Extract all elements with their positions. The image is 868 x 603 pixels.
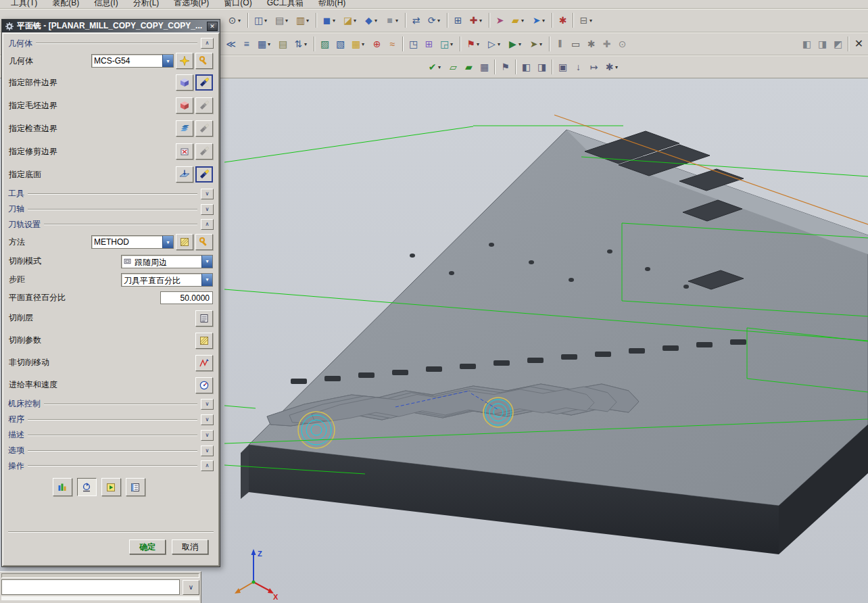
zoom-tool-button[interactable]: ⊙▾ [224, 11, 245, 29]
dock-grip-handle[interactable] [1, 573, 199, 578]
toolpath-tools-button[interactable]: ✱ [583, 35, 599, 53]
generate-toolpath-button[interactable] [53, 478, 72, 496]
pan-view-button[interactable]: ⇄ [408, 11, 424, 29]
description-section-toggle[interactable]: ∨ [201, 430, 214, 441]
vector-button[interactable]: ➤▾ [529, 11, 550, 29]
find-button[interactable]: ⊙ [614, 35, 630, 53]
shaded-display-button[interactable]: ■▾ [382, 11, 403, 29]
section-view-button[interactable]: ▧ [333, 35, 348, 53]
part-boundary-display-button[interactable] [195, 74, 213, 91]
folder-button[interactable]: ▰ [461, 58, 477, 76]
select-blank-boundary-button[interactable] [176, 97, 193, 114]
cube-view-a-button[interactable]: ◧ [799, 35, 815, 53]
mcs-combo[interactable]: MCS-G54 ▾ [91, 54, 174, 68]
play-outline-button[interactable]: ▷▾ [484, 35, 505, 53]
replay-toolpath-button[interactable] [77, 478, 97, 496]
select-check-boundary-button[interactable] [176, 120, 193, 137]
check-geometry-button[interactable]: ▨ [317, 35, 333, 53]
solid-body-button[interactable]: ◼▾ [319, 11, 340, 29]
dock-expand-button[interactable]: ∨ [183, 580, 199, 595]
plane-button[interactable]: ⊞ [421, 35, 437, 53]
options-section-toggle[interactable]: ∨ [201, 445, 214, 456]
dialog-close-button[interactable]: ✕ [207, 22, 218, 31]
play-button[interactable]: ▶▾ [505, 35, 526, 53]
align-button[interactable]: ≪ [223, 35, 239, 53]
download-button[interactable]: ↓ [571, 58, 586, 76]
grid-button[interactable]: ⊞ [450, 11, 466, 29]
pattern-button[interactable]: ▦▾ [254, 35, 275, 53]
stepover-combo[interactable]: 刀具平直百分比 ▾ [121, 273, 213, 287]
geometry-section-toggle[interactable]: ∧ [201, 38, 214, 49]
table-button[interactable]: ▦ [477, 58, 492, 76]
probe-button[interactable]: ➤▾ [526, 35, 547, 53]
sim-settings-button[interactable]: ✱▾ [602, 58, 623, 76]
cutting-parameters-button[interactable] [195, 333, 213, 349]
highlight-brush-button[interactable]: ▰▾ [508, 11, 529, 29]
operation-list-button[interactable]: ≡ [239, 35, 254, 53]
cube-view-b-button[interactable]: ◨ [815, 35, 830, 53]
rotate-view-button[interactable]: ⟳▾ [424, 11, 445, 29]
cancel-button[interactable]: 取消 [172, 539, 208, 554]
monitor-left-button[interactable]: ◧ [519, 58, 534, 76]
select-floor-button[interactable] [176, 166, 193, 183]
notes-button[interactable]: ▤ [275, 35, 291, 53]
select-part-boundary-button[interactable] [176, 74, 193, 91]
mesh-button[interactable]: ▦▾ [348, 35, 369, 53]
actions-section-toggle[interactable]: ∧ [201, 460, 214, 471]
ruler-button[interactable]: ⊟▾ [576, 11, 597, 29]
point-button[interactable]: ⊕ [369, 35, 385, 53]
signal-flag-button[interactable]: ⚑ [498, 58, 513, 76]
copy-operation-button[interactable]: ▣ [555, 58, 571, 76]
folder-open-button[interactable]: ▱ [445, 58, 461, 76]
new-method-button[interactable] [176, 234, 193, 250]
display-stairs-button[interactable]: ▤▾ [272, 11, 293, 29]
shop-doc-button[interactable]: ▭ [568, 35, 583, 53]
cut-levels-button[interactable] [195, 310, 213, 327]
constraint-button[interactable]: ✱ [555, 11, 571, 29]
percent-flat-diameter-input[interactable] [160, 291, 213, 304]
check-boundary-display-button[interactable] [195, 120, 213, 137]
reorder-button[interactable]: ⇅▾ [291, 35, 312, 53]
method-combo[interactable]: METHOD ▾ [91, 235, 174, 249]
flag-button[interactable]: ⚑▾ [463, 35, 484, 53]
feeds-speeds-button[interactable] [195, 377, 213, 393]
program-section-header: 程序 [8, 414, 24, 425]
floor-display-button[interactable] [195, 166, 213, 183]
post-button[interactable]: ‖ [552, 35, 568, 53]
tool-axis-section-toggle[interactable]: ∨ [201, 204, 214, 215]
csys-button[interactable]: ◳ [406, 35, 421, 53]
list-toolpath-button[interactable] [126, 478, 145, 496]
verify-check-button[interactable]: ✔▾ [425, 58, 445, 76]
dock-list-field[interactable] [1, 579, 180, 595]
edit-method-button[interactable] [195, 234, 213, 250]
non-cutting-moves-button[interactable] [195, 355, 213, 371]
link-button[interactable]: ↦ [586, 58, 602, 76]
monitor-right-button[interactable]: ◨ [534, 58, 550, 76]
dialog-titlebar[interactable]: 平面铣 - [PLANAR_MILL_COPY_COPY_COPY_... ✕ [2, 20, 220, 32]
tool-section-toggle[interactable]: ∨ [201, 189, 214, 199]
select-trim-boundary-button[interactable] [176, 143, 193, 160]
cut-pattern-combo[interactable]: 跟随周边 ▾ [121, 255, 213, 268]
method-label: 方法 [9, 237, 91, 248]
window-split-button[interactable]: ◫▾ [251, 11, 272, 29]
cube-view-c-button[interactable]: ◩ [830, 35, 846, 53]
blank-boundary-display-button[interactable] [195, 97, 213, 114]
clipboard-button[interactable]: ▥▾ [293, 11, 314, 29]
datum-button[interactable]: ✚▾ [466, 11, 487, 29]
program-section-toggle[interactable]: ∨ [201, 414, 214, 425]
machine-control-section-toggle[interactable]: ∨ [201, 399, 214, 410]
sheet-body-button[interactable]: ◪▾ [340, 11, 361, 29]
spline-button[interactable]: ≈ [385, 35, 400, 53]
ok-button[interactable]: 确定 [129, 539, 166, 554]
toolbar-icon: ➤ [528, 39, 539, 49]
edit-geometry-button[interactable] [195, 53, 213, 69]
measure-button[interactable]: ➤ [492, 11, 508, 29]
facet-body-button[interactable]: ◆▾ [361, 11, 382, 29]
new-geometry-button[interactable] [176, 53, 193, 69]
path-settings-section-toggle[interactable]: ∧ [201, 219, 214, 230]
offset-button[interactable]: ◲▾ [437, 35, 458, 53]
verify-toolpath-button[interactable] [101, 478, 121, 496]
trim-boundary-display-button[interactable] [195, 143, 213, 160]
add-button[interactable]: ✚ [599, 35, 614, 53]
close-toolbar-button[interactable]: ✕ [851, 35, 867, 53]
